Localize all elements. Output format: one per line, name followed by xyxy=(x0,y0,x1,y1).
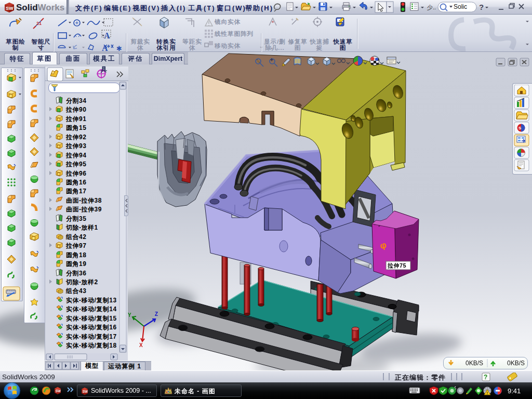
svg-text:21: 21 xyxy=(36,21,42,26)
svg-text:少..: 少.. xyxy=(427,4,436,10)
svg-text:SolidWorks: SolidWorks xyxy=(16,3,64,12)
svg-text:?: ? xyxy=(479,3,484,11)
svg-text:?: ? xyxy=(484,374,487,381)
svg-text:A: A xyxy=(104,31,110,40)
svg-text:Solic: Solic xyxy=(454,3,467,10)
svg-text:0KB/S: 0KB/S xyxy=(466,360,483,367)
svg-text:A: A xyxy=(102,44,108,52)
svg-text:SW: SW xyxy=(56,389,61,393)
svg-text:S: S xyxy=(518,126,522,130)
svg-text:Z: Z xyxy=(155,311,158,317)
svg-text:SW: SW xyxy=(83,390,88,393)
svg-text:SW: SW xyxy=(6,6,14,11)
svg-text:✱: ✱ xyxy=(116,45,122,52)
svg-text:+: + xyxy=(291,17,294,22)
svg-text:Y: Y xyxy=(128,312,131,318)
svg-text:拉伸75: 拉伸75 xyxy=(387,262,406,269)
svg-text:X: X xyxy=(139,342,143,348)
svg-text:0KB/S: 0KB/S xyxy=(507,360,525,367)
svg-text:!: ! xyxy=(487,391,488,395)
